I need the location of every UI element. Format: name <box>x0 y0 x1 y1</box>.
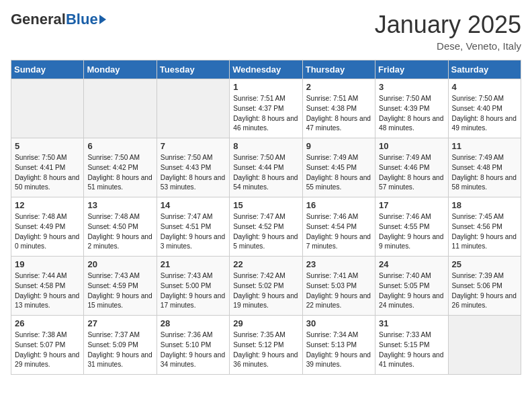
cell-info: Sunrise: 7:42 AM Sunset: 5:02 PM Dayligh… <box>233 271 298 311</box>
cell-info: Sunrise: 7:33 AM Sunset: 5:15 PM Dayligh… <box>379 330 444 370</box>
cell-info: Sunrise: 7:50 AM Sunset: 4:39 PM Dayligh… <box>379 94 444 134</box>
logo-arrow-icon <box>99 15 106 24</box>
day-number: 16 <box>306 200 371 210</box>
day-number: 1 <box>233 82 298 92</box>
weekday-header-thursday: Thursday <box>302 60 375 79</box>
calendar-cell <box>448 316 521 375</box>
calendar-cell: 25Sunrise: 7:39 AM Sunset: 5:06 PM Dayli… <box>448 257 521 316</box>
cell-info: Sunrise: 7:49 AM Sunset: 4:45 PM Dayligh… <box>306 153 371 193</box>
cell-info: Sunrise: 7:50 AM Sunset: 4:43 PM Dayligh… <box>161 153 226 193</box>
calendar-cell: 31Sunrise: 7:33 AM Sunset: 5:15 PM Dayli… <box>375 316 448 375</box>
day-number: 26 <box>15 318 80 328</box>
calendar-table: SundayMondayTuesdayWednesdayThursdayFrid… <box>11 60 521 375</box>
cell-info: Sunrise: 7:35 AM Sunset: 5:12 PM Dayligh… <box>233 330 298 370</box>
day-number: 2 <box>306 82 371 92</box>
day-number: 28 <box>161 318 226 328</box>
day-number: 14 <box>161 200 226 210</box>
day-number: 24 <box>379 259 444 269</box>
day-number: 6 <box>87 141 152 151</box>
day-number: 20 <box>87 259 152 269</box>
location-subtitle: Dese, Veneto, Italy <box>375 40 521 52</box>
calendar-cell <box>157 79 229 138</box>
cell-info: Sunrise: 7:43 AM Sunset: 5:00 PM Dayligh… <box>161 271 226 311</box>
calendar-week-row: 5Sunrise: 7:50 AM Sunset: 4:41 PM Daylig… <box>11 138 521 197</box>
day-number: 21 <box>161 259 226 269</box>
calendar-week-row: 12Sunrise: 7:48 AM Sunset: 4:49 PM Dayli… <box>11 197 521 257</box>
day-number: 30 <box>306 318 371 328</box>
calendar-cell: 21Sunrise: 7:43 AM Sunset: 5:00 PM Dayli… <box>157 257 229 316</box>
day-number: 18 <box>452 200 517 210</box>
day-number: 25 <box>452 259 517 269</box>
cell-info: Sunrise: 7:50 AM Sunset: 4:40 PM Dayligh… <box>452 94 517 134</box>
cell-info: Sunrise: 7:47 AM Sunset: 4:52 PM Dayligh… <box>233 212 298 252</box>
calendar-cell: 18Sunrise: 7:45 AM Sunset: 4:56 PM Dayli… <box>448 197 521 257</box>
calendar-cell: 6Sunrise: 7:50 AM Sunset: 4:42 PM Daylig… <box>84 138 157 197</box>
cell-info: Sunrise: 7:47 AM Sunset: 4:51 PM Dayligh… <box>161 212 226 252</box>
weekday-header-friday: Friday <box>375 60 448 79</box>
cell-info: Sunrise: 7:44 AM Sunset: 4:58 PM Dayligh… <box>15 271 80 311</box>
calendar-cell <box>11 79 84 138</box>
cell-info: Sunrise: 7:37 AM Sunset: 5:09 PM Dayligh… <box>87 330 152 370</box>
calendar-week-row: 1Sunrise: 7:51 AM Sunset: 4:37 PM Daylig… <box>11 79 521 138</box>
day-number: 4 <box>452 82 517 92</box>
cell-info: Sunrise: 7:38 AM Sunset: 5:07 PM Dayligh… <box>15 330 80 370</box>
logo: General Blue <box>11 11 106 28</box>
cell-info: Sunrise: 7:41 AM Sunset: 5:03 PM Dayligh… <box>306 271 371 311</box>
day-number: 3 <box>379 82 444 92</box>
calendar-header-row: SundayMondayTuesdayWednesdayThursdayFrid… <box>11 60 521 79</box>
calendar-cell: 14Sunrise: 7:47 AM Sunset: 4:51 PM Dayli… <box>157 197 229 257</box>
calendar-cell: 24Sunrise: 7:40 AM Sunset: 5:05 PM Dayli… <box>375 257 448 316</box>
calendar-cell: 7Sunrise: 7:50 AM Sunset: 4:43 PM Daylig… <box>157 138 229 197</box>
calendar-cell: 15Sunrise: 7:47 AM Sunset: 4:52 PM Dayli… <box>230 197 302 257</box>
weekday-header-saturday: Saturday <box>448 60 521 79</box>
day-number: 15 <box>233 200 298 210</box>
calendar-cell: 10Sunrise: 7:49 AM Sunset: 4:46 PM Dayli… <box>375 138 448 197</box>
day-number: 22 <box>233 259 298 269</box>
calendar-cell: 29Sunrise: 7:35 AM Sunset: 5:12 PM Dayli… <box>230 316 302 375</box>
cell-info: Sunrise: 7:51 AM Sunset: 4:38 PM Dayligh… <box>306 94 371 134</box>
cell-info: Sunrise: 7:46 AM Sunset: 4:54 PM Dayligh… <box>306 212 371 252</box>
logo-general-text: General <box>11 11 66 28</box>
calendar-cell: 13Sunrise: 7:48 AM Sunset: 4:50 PM Dayli… <box>84 197 157 257</box>
month-title: January 2025 <box>375 11 521 39</box>
day-number: 29 <box>233 318 298 328</box>
cell-info: Sunrise: 7:49 AM Sunset: 4:48 PM Dayligh… <box>452 153 517 193</box>
cell-info: Sunrise: 7:43 AM Sunset: 4:59 PM Dayligh… <box>87 271 152 311</box>
calendar-cell: 19Sunrise: 7:44 AM Sunset: 4:58 PM Dayli… <box>11 257 84 316</box>
calendar-cell: 9Sunrise: 7:49 AM Sunset: 4:45 PM Daylig… <box>302 138 375 197</box>
calendar-cell: 20Sunrise: 7:43 AM Sunset: 4:59 PM Dayli… <box>84 257 157 316</box>
weekday-header-tuesday: Tuesday <box>157 60 229 79</box>
calendar-cell: 16Sunrise: 7:46 AM Sunset: 4:54 PM Dayli… <box>302 197 375 257</box>
day-number: 31 <box>379 318 444 328</box>
cell-info: Sunrise: 7:50 AM Sunset: 4:41 PM Dayligh… <box>15 153 80 193</box>
calendar-week-row: 26Sunrise: 7:38 AM Sunset: 5:07 PM Dayli… <box>11 316 521 375</box>
calendar-cell: 11Sunrise: 7:49 AM Sunset: 4:48 PM Dayli… <box>448 138 521 197</box>
calendar-cell: 28Sunrise: 7:36 AM Sunset: 5:10 PM Dayli… <box>157 316 229 375</box>
calendar-cell: 26Sunrise: 7:38 AM Sunset: 5:07 PM Dayli… <box>11 316 84 375</box>
logo-blue-text: Blue <box>66 11 98 28</box>
calendar-cell: 30Sunrise: 7:34 AM Sunset: 5:13 PM Dayli… <box>302 316 375 375</box>
cell-info: Sunrise: 7:48 AM Sunset: 4:50 PM Dayligh… <box>87 212 152 252</box>
cell-info: Sunrise: 7:39 AM Sunset: 5:06 PM Dayligh… <box>452 271 517 311</box>
day-number: 27 <box>87 318 152 328</box>
title-block: January 2025 Dese, Veneto, Italy <box>375 11 521 52</box>
calendar-cell: 2Sunrise: 7:51 AM Sunset: 4:38 PM Daylig… <box>302 79 375 138</box>
day-number: 12 <box>15 200 80 210</box>
day-number: 23 <box>306 259 371 269</box>
calendar-cell: 4Sunrise: 7:50 AM Sunset: 4:40 PM Daylig… <box>448 79 521 138</box>
cell-info: Sunrise: 7:49 AM Sunset: 4:46 PM Dayligh… <box>379 153 444 193</box>
day-number: 17 <box>379 200 444 210</box>
calendar-cell: 27Sunrise: 7:37 AM Sunset: 5:09 PM Dayli… <box>84 316 157 375</box>
day-number: 10 <box>379 141 444 151</box>
calendar-cell: 3Sunrise: 7:50 AM Sunset: 4:39 PM Daylig… <box>375 79 448 138</box>
weekday-header-wednesday: Wednesday <box>230 60 302 79</box>
day-number: 7 <box>161 141 226 151</box>
cell-info: Sunrise: 7:45 AM Sunset: 4:56 PM Dayligh… <box>452 212 517 252</box>
calendar-cell: 5Sunrise: 7:50 AM Sunset: 4:41 PM Daylig… <box>11 138 84 197</box>
calendar-cell: 1Sunrise: 7:51 AM Sunset: 4:37 PM Daylig… <box>230 79 302 138</box>
day-number: 13 <box>87 200 152 210</box>
calendar-cell: 17Sunrise: 7:46 AM Sunset: 4:55 PM Dayli… <box>375 197 448 257</box>
cell-info: Sunrise: 7:50 AM Sunset: 4:42 PM Dayligh… <box>87 153 152 193</box>
weekday-header-monday: Monday <box>84 60 157 79</box>
cell-info: Sunrise: 7:34 AM Sunset: 5:13 PM Dayligh… <box>306 330 371 370</box>
